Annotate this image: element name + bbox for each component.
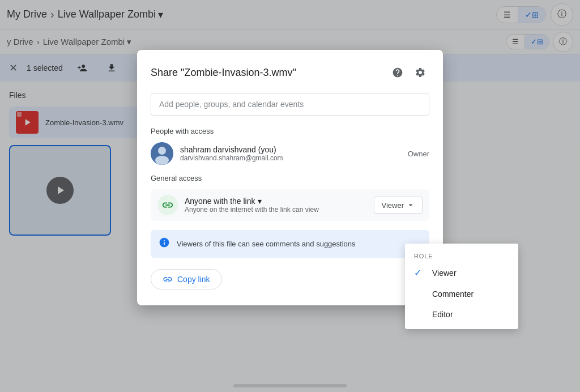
settings-button[interactable]	[411, 63, 429, 82]
access-type-label: Anyone with the link ▾	[185, 197, 367, 206]
share-input-wrapper[interactable]	[151, 93, 429, 116]
person-info: shahram darvishvand (you) darvishvand.sh…	[180, 145, 401, 162]
viewer-check-icon: ✓	[414, 267, 425, 278]
role-option-editor[interactable]: Editor	[405, 304, 518, 325]
person-name: shahram darvishvand (you)	[180, 145, 401, 154]
access-row: Anyone with the link ▾ Anyone on the int…	[151, 189, 429, 221]
person-row: shahram darvishvand (you) darvishvand.sh…	[151, 142, 429, 165]
svg-point-1	[158, 147, 166, 155]
person-role: Owner	[408, 150, 429, 158]
role-section-label: ROLE	[405, 248, 518, 262]
share-input-field[interactable]	[159, 100, 421, 109]
general-access-label: General access	[151, 174, 429, 182]
viewer-option-label: Viewer	[432, 269, 457, 278]
commenter-option-label: Commenter	[432, 289, 474, 299]
access-description: Anyone on the internet with the link can…	[185, 206, 367, 214]
person-email: darvishvand.shahram@gmail.com	[180, 154, 401, 162]
dialog-header: Share "Zombie-Invasion-3.wmv"	[151, 63, 429, 82]
share-dialog: Share "Zombie-Invasion-3.wmv" People wit…	[137, 50, 443, 305]
access-dropdown-icon[interactable]: ▾	[258, 197, 262, 206]
copy-link-button[interactable]: Copy link	[151, 269, 222, 289]
role-option-viewer[interactable]: ✓ Viewer	[405, 262, 518, 284]
link-access-icon	[157, 195, 178, 215]
info-banner-icon	[159, 237, 170, 251]
svg-point-2	[155, 156, 169, 165]
info-banner: Viewers of this file can see comments an…	[151, 230, 429, 258]
people-section-label: People with access	[151, 127, 429, 135]
viewer-label: Viewer	[381, 201, 404, 210]
access-info: Anyone with the link ▾ Anyone on the int…	[185, 197, 367, 214]
viewer-role-button[interactable]: Viewer	[374, 197, 423, 214]
editor-option-label: Editor	[432, 310, 453, 319]
help-button[interactable]	[389, 63, 407, 82]
info-banner-text: Viewers of this file can see comments an…	[177, 240, 356, 248]
access-type-text: Anyone with the link	[185, 197, 255, 206]
avatar	[151, 142, 173, 165]
dialog-title: Share "Zombie-Invasion-3.wmv"	[151, 67, 296, 79]
role-dropdown: ROLE ✓ Viewer Commenter Editor	[405, 244, 518, 329]
general-access-section: General access Anyone with the link ▾ An…	[151, 174, 429, 221]
role-option-commenter[interactable]: Commenter	[405, 284, 518, 304]
dialog-actions	[389, 63, 429, 82]
copy-link-label: Copy link	[177, 275, 210, 284]
